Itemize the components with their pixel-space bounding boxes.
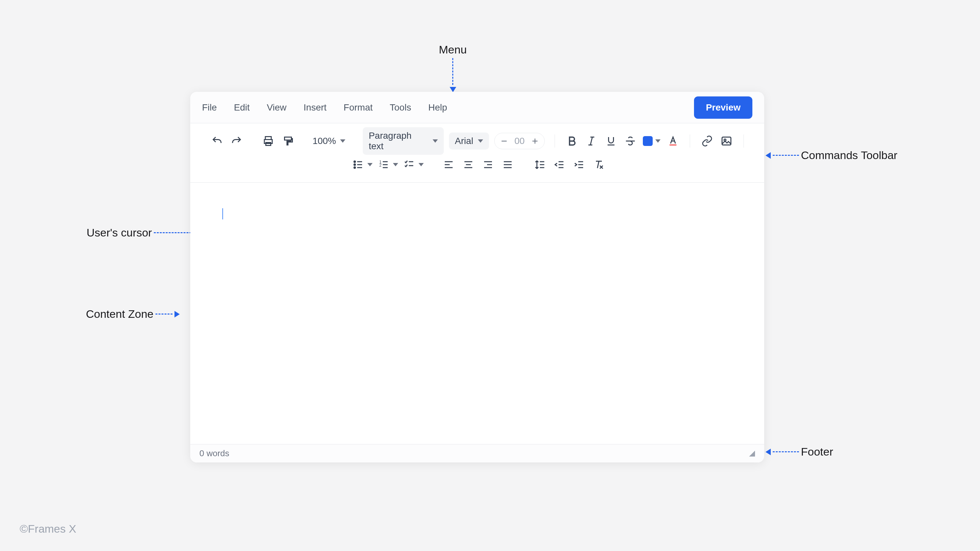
chevron-down-icon [340,139,345,143]
annotation-commands-toolbar-label: Commands Toolbar [801,149,897,162]
svg-rect-10 [722,137,731,145]
paragraph-style-label: Paragraph text [369,131,428,151]
menu-file[interactable]: File [202,102,217,113]
print-icon[interactable] [261,134,275,148]
align-justify-icon[interactable] [501,158,515,172]
menu-format[interactable]: Format [344,102,373,113]
chevron-down-icon [393,163,398,166]
menu-bar: File Edit View Insert Format Tools Help … [190,92,764,123]
chevron-down-icon [478,139,483,143]
chevron-down-icon [368,163,372,166]
word-count: 0 words [199,448,229,459]
underline-icon[interactable] [604,134,618,148]
annotation-user-cursor-label: User's cursor [87,226,152,239]
insert-link-icon[interactable] [700,134,714,148]
increment-icon[interactable]: + [532,136,538,146]
zoom-value: 100% [313,136,336,146]
menu-view[interactable]: View [267,102,286,113]
clear-formatting-icon[interactable] [592,158,606,172]
footer-bar: 0 words [190,444,764,462]
editor-window: File Edit View Insert Format Tools Help … [190,92,764,462]
insert-image-icon[interactable] [719,134,734,148]
redo-icon[interactable] [229,134,243,148]
text-color-icon[interactable] [666,134,680,148]
menu-help[interactable]: Help [428,102,447,113]
font-size-value: 00 [515,136,525,146]
numbered-list-dropdown[interactable]: 12 [378,158,398,172]
align-left-icon[interactable] [441,158,456,172]
annotation-footer-label: Footer [801,445,833,458]
highlight-color-dropdown[interactable] [643,134,660,148]
menu-edit[interactable]: Edit [234,102,250,113]
undo-icon[interactable] [210,134,224,148]
watermark: ©Frames X [20,522,76,535]
italic-icon[interactable] [584,134,598,148]
zoom-dropdown[interactable]: 100% [313,136,345,146]
annotation-content-zone-label: Content Zone [86,307,153,320]
chevron-down-icon [655,139,660,143]
resize-handle-icon[interactable] [749,451,755,457]
color-swatch-icon [643,136,653,146]
chevron-down-icon [433,139,438,143]
preview-button[interactable]: Preview [694,96,752,119]
menu-insert[interactable]: Insert [304,102,327,113]
bulleted-list-dropdown[interactable] [352,158,372,172]
decrement-icon[interactable]: − [501,136,508,146]
paint-format-icon[interactable] [281,134,295,148]
svg-line-5 [590,137,592,145]
svg-point-14 [354,167,356,169]
checklist-dropdown[interactable] [403,158,424,172]
align-right-icon[interactable] [481,158,495,172]
font-size-stepper[interactable]: − 00 + [494,133,545,149]
line-spacing-icon[interactable] [533,158,547,172]
decrease-indent-icon[interactable] [552,158,567,172]
font-family-label: Arial [455,136,473,146]
font-family-select[interactable]: Arial [449,132,489,150]
menu-tools[interactable]: Tools [390,102,411,113]
strikethrough-icon[interactable] [624,134,638,148]
content-zone[interactable] [190,183,764,444]
paragraph-style-select[interactable]: Paragraph text [363,127,444,155]
svg-text:2: 2 [379,163,382,167]
commands-toolbar: 100% Paragraph text Arial − 00 + [190,123,764,183]
text-cursor [223,208,223,220]
increase-indent-icon[interactable] [572,158,586,172]
align-center-icon[interactable] [461,158,476,172]
chevron-down-icon [418,163,424,166]
annotation-menu-label: Menu [439,43,467,56]
svg-point-13 [354,164,356,166]
svg-point-12 [354,161,356,163]
bold-icon[interactable] [565,134,579,148]
